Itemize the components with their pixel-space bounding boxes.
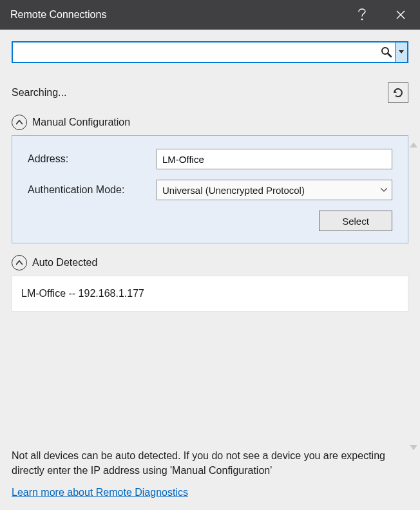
collapse-icon: [12, 255, 27, 270]
auth-mode-value: Universal (Unencrypted Protocol): [162, 185, 376, 196]
search-row: [12, 41, 408, 63]
manual-config-header[interactable]: Manual Configuration: [12, 115, 408, 130]
svg-line-4: [388, 53, 391, 57]
close-button[interactable]: [381, 0, 420, 30]
titlebar: Remote Connections: [0, 0, 420, 30]
footer-text: Not all devices can be auto detected. If…: [12, 448, 408, 478]
search-icon: [381, 46, 392, 58]
chevron-down-icon: [376, 188, 392, 192]
search-input[interactable]: [13, 42, 378, 62]
collapse-icon: [12, 115, 27, 130]
dialog-body: Searching... Manual Configuration Addres…: [0, 30, 420, 510]
detected-list: LM-Office -- 192.168.1.177: [12, 276, 408, 312]
list-item[interactable]: LM-Office -- 192.168.1.177: [21, 288, 399, 299]
manual-config-title: Manual Configuration: [32, 117, 130, 128]
address-row: Address:: [28, 149, 392, 169]
address-label: Address:: [28, 153, 157, 165]
address-input[interactable]: [157, 149, 392, 169]
auto-detected-title: Auto Detected: [32, 257, 97, 269]
status-row: Searching...: [12, 82, 408, 103]
refresh-icon: [392, 87, 404, 99]
auth-row: Authentication Mode: Universal (Unencryp…: [28, 180, 392, 200]
status-text: Searching...: [12, 87, 388, 99]
scroll-up-icon[interactable]: [410, 139, 417, 149]
search-dropdown[interactable]: [395, 42, 407, 62]
auto-detected-header[interactable]: Auto Detected: [12, 255, 408, 270]
select-button[interactable]: Select: [319, 211, 392, 231]
chevron-down-icon: [399, 50, 404, 54]
auth-label: Authentication Mode:: [28, 184, 157, 196]
manual-config-panel: Address: Authentication Mode: Universal …: [12, 135, 408, 243]
refresh-button[interactable]: [388, 82, 408, 103]
scroll-down-icon[interactable]: [410, 442, 417, 452]
window-title: Remote Connections: [10, 9, 343, 21]
learn-more-link[interactable]: Learn more about Remote Diagnostics: [12, 487, 408, 498]
select-button-label: Select: [342, 216, 369, 227]
remote-connections-window: Remote Connections: [0, 0, 420, 510]
search-button[interactable]: [378, 42, 395, 62]
auth-mode-combo[interactable]: Universal (Unencrypted Protocol): [157, 180, 392, 200]
help-button[interactable]: [343, 0, 381, 30]
svg-point-0: [361, 19, 363, 20]
